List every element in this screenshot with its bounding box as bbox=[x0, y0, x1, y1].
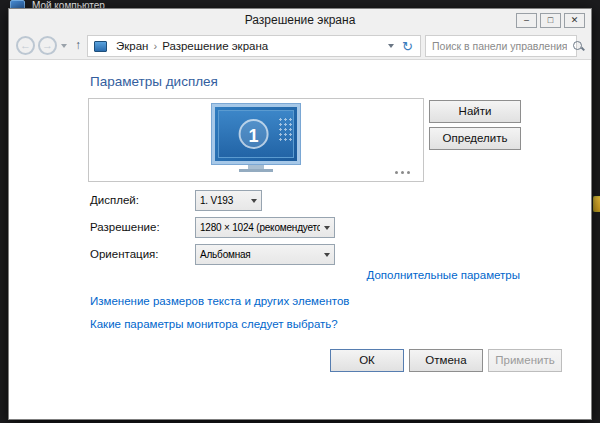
background-item-label: Мой компьютер bbox=[32, 0, 105, 8]
resolution-select[interactable]: 1280 × 1024 (рекомендуется) bbox=[195, 217, 335, 238]
search-input[interactable] bbox=[426, 40, 571, 52]
display-label: Дисплей: bbox=[90, 194, 139, 206]
orientation-select[interactable]: Альбомная bbox=[195, 244, 335, 265]
monitor-1[interactable]: 1 bbox=[209, 104, 303, 172]
desktop-icon bbox=[593, 196, 600, 212]
apply-button[interactable]: Применить bbox=[488, 349, 562, 372]
back-button[interactable]: ← bbox=[16, 36, 35, 55]
close-button[interactable]: ✕ bbox=[564, 13, 585, 28]
detect-button[interactable]: Найти bbox=[429, 100, 521, 123]
screen-resolution-window: Разрешение экрана – □ ✕ ← → ↑ Экран › Ра… bbox=[8, 8, 592, 420]
resolution-select-value: 1280 × 1024 (рекомендуется) bbox=[196, 222, 320, 233]
desktop: Мой компьютер Разрешение экрана – □ ✕ ← … bbox=[0, 0, 600, 423]
address-bar-controls: ↻ bbox=[388, 40, 420, 53]
content-area: Параметры дисплея 1 Найти Определить Дис… bbox=[9, 60, 591, 419]
display-icon bbox=[94, 41, 107, 52]
pixel-grid-icon bbox=[278, 117, 293, 143]
display-select[interactable]: 1. V193 bbox=[195, 190, 262, 211]
orientation-select-value: Альбомная bbox=[196, 249, 320, 260]
monitor-number-badge: 1 bbox=[239, 119, 269, 149]
address-bar[interactable]: Экран › Разрешение экрана ↻ bbox=[87, 35, 421, 57]
desktop-icon-partial bbox=[593, 196, 600, 215]
computer-icon bbox=[10, 0, 25, 8]
ok-button[interactable]: ОК bbox=[330, 349, 404, 372]
identify-button[interactable]: Определить bbox=[429, 127, 521, 150]
cancel-button[interactable]: Отмена bbox=[409, 349, 483, 372]
grip-dots-icon bbox=[395, 171, 410, 174]
title-bar[interactable]: Разрешение экрана – □ ✕ bbox=[9, 9, 591, 32]
chevron-down-icon bbox=[247, 199, 261, 203]
chevron-down-icon bbox=[320, 253, 334, 257]
back-arrow-icon: ← bbox=[20, 39, 31, 51]
background-item-partial: Мой компьютер bbox=[10, 0, 105, 8]
up-arrow-icon: ↑ bbox=[75, 38, 81, 52]
navigation-bar: ← → ↑ Экран › Разрешение экрана ↻ bbox=[9, 32, 591, 60]
window-controls: – □ ✕ bbox=[516, 13, 585, 28]
refresh-icon[interactable]: ↻ bbox=[402, 40, 413, 53]
display-select-value: 1. V193 bbox=[196, 195, 247, 206]
display-preview[interactable]: 1 bbox=[88, 98, 424, 182]
up-button[interactable]: ↑ bbox=[69, 36, 87, 55]
maximize-button[interactable]: □ bbox=[540, 13, 561, 28]
minimize-button[interactable]: – bbox=[516, 13, 537, 28]
forward-arrow-icon: → bbox=[42, 39, 53, 51]
search-box[interactable] bbox=[425, 35, 577, 57]
resolution-label: Разрешение: bbox=[90, 221, 160, 233]
monitor-icon: 1 bbox=[212, 104, 300, 164]
address-dropdown-chevron-icon[interactable] bbox=[388, 44, 394, 48]
orientation-label: Ориентация: bbox=[90, 248, 158, 260]
text-size-link[interactable]: Изменение размеров текста и других элеме… bbox=[90, 295, 349, 307]
breadcrumb-item-root[interactable]: Экран bbox=[112, 40, 152, 52]
breadcrumb-item-current[interactable]: Разрешение экрана bbox=[158, 40, 272, 52]
page-title: Параметры дисплея bbox=[90, 74, 218, 89]
chevron-down-icon bbox=[320, 226, 334, 230]
monitor-help-link[interactable]: Какие параметры монитора следует выбрать… bbox=[90, 318, 338, 330]
monitor-base bbox=[239, 169, 273, 172]
search-icon[interactable] bbox=[571, 39, 585, 53]
advanced-settings-link[interactable]: Дополнительные параметры bbox=[367, 269, 521, 281]
forward-button[interactable]: → bbox=[38, 36, 57, 55]
window-title: Разрешение экрана bbox=[9, 13, 591, 27]
recent-pages-chevron-icon[interactable] bbox=[61, 44, 67, 48]
